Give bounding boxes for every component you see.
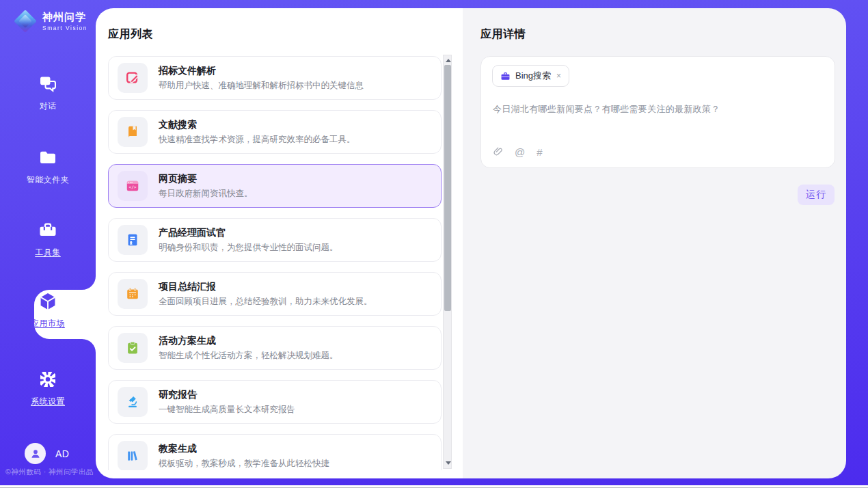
app-card-title: 文献搜索 xyxy=(159,119,355,131)
app-card-desc: 明确身份和职责，为您提供专业性的面试问题。 xyxy=(159,242,338,254)
app-card-title: 研究报告 xyxy=(159,389,295,401)
document-person-icon xyxy=(118,225,148,255)
window-bottom-edge xyxy=(0,485,868,488)
run-button[interactable]: 运行 xyxy=(798,185,835,205)
app-card-title: 产品经理面试官 xyxy=(159,227,338,239)
edit-square-icon xyxy=(118,63,148,93)
app-card-webpage-summary[interactable]: </> 网页摘要 每日政府新闻资讯快查。 xyxy=(108,164,442,208)
app-card-title: 教案生成 xyxy=(159,443,329,455)
app-card-desc: 全面回顾项目进展，总结经验教训，助力未来优化发展。 xyxy=(159,296,372,308)
app-detail-title: 应用详情 xyxy=(480,27,526,42)
copyright-text: ©神州数码 · 神州问学出品 xyxy=(0,467,109,477)
svg-text:</>: </> xyxy=(129,185,137,189)
calendar-icon xyxy=(118,279,148,309)
folder-icon xyxy=(38,148,58,168)
app-card-bid-document-analysis[interactable]: 招标文件解析 帮助用户快速、准确地理解和解析招标书中的关键信息 xyxy=(108,56,442,100)
app-card-desc: 智能生成个性化活动方案，轻松解决规划难题。 xyxy=(159,350,338,362)
app-card-lesson-plan[interactable]: 教案生成 模板驱动，教案秒成，教学准备从此轻松快捷 xyxy=(108,434,442,470)
user-account[interactable]: AD xyxy=(25,443,69,464)
sidebar-item-toolset[interactable]: 工具集 xyxy=(0,220,96,258)
app-card-list: 招标文件解析 帮助用户快速、准确地理解和解析招标书中的关键信息 文献搜索 快速精… xyxy=(108,56,442,470)
user-initials: AD xyxy=(55,448,69,459)
sidebar: 神州问学 Smart Vision 对话 xyxy=(0,0,96,485)
tool-chip-bing-search[interactable]: Bing搜索 × xyxy=(492,65,569,87)
app-card-title: 网页摘要 xyxy=(159,173,253,185)
app-card-research-report[interactable]: 研究报告 一键智能生成高质量长文本研究报告 xyxy=(108,380,442,424)
app-card-pm-interviewer[interactable]: 产品经理面试官 明确身份和职责，为您提供专业性的面试问题。 xyxy=(108,218,442,262)
scroll-up-arrow-icon[interactable] xyxy=(446,59,451,62)
sidebar-item-label: 工具集 xyxy=(0,247,96,258)
gear-icon xyxy=(38,369,58,390)
chip-close-icon[interactable]: × xyxy=(556,71,561,81)
app-list-title: 应用列表 xyxy=(108,27,153,42)
app-name: 神州问学 xyxy=(42,11,87,24)
books-icon xyxy=(118,441,148,470)
prompt-card[interactable]: Bing搜索 × 今日湖北有哪些新闻要点？有哪些需要关注的最新政策？ @ # xyxy=(480,56,835,168)
mention-icon[interactable]: @ xyxy=(515,146,525,158)
app-card-event-plan[interactable]: 活动方案生成 智能生成个性化活动方案，轻松解决规划难题。 xyxy=(108,326,442,370)
browser-code-icon: </> xyxy=(118,171,148,201)
query-text[interactable]: 今日湖北有哪些新闻要点？有哪些需要关注的最新政策？ xyxy=(493,103,821,116)
main-panel: 应用列表 招标文件解析 帮助用户快速、准确地理解和解析招标书中的关键信息 xyxy=(96,8,846,478)
app-card-desc: 帮助用户快速、准确地理解和解析招标书中的关键信息 xyxy=(159,80,364,92)
app-card-desc: 快速精准查找学术资源，提高研究效率的必备工具。 xyxy=(159,134,355,146)
sidebar-item-label: 应用市场 xyxy=(0,318,96,329)
list-scrollbar[interactable] xyxy=(443,55,452,469)
sidebar-item-chat[interactable]: 对话 xyxy=(0,74,96,112)
toolbox-icon xyxy=(38,220,58,241)
app-detail-panel: 应用详情 Bing搜索 × 今日湖北有哪些新闻要点？有哪些需要关注的最新政策？ xyxy=(463,8,846,478)
app-card-project-summary[interactable]: 项目总结汇报 全面回顾项目进展，总结经验教训，助力未来优化发展。 xyxy=(108,272,442,316)
chat-icon xyxy=(38,74,58,94)
app-card-title: 活动方案生成 xyxy=(159,335,338,347)
input-toolbar: @ # xyxy=(493,146,543,158)
microscope-icon xyxy=(118,387,148,417)
sidebar-item-label: 系统设置 xyxy=(0,396,96,407)
app-card-title: 项目总结汇报 xyxy=(159,281,372,293)
app-tagline: Smart Vision xyxy=(42,25,87,31)
sidebar-item-smart-folder[interactable]: 智能文件夹 xyxy=(0,148,96,186)
app-window: 神州问学 Smart Vision 对话 xyxy=(0,0,868,488)
cube-icon xyxy=(38,291,58,312)
scrollbar-thumb[interactable] xyxy=(444,65,451,311)
clipboard-check-icon xyxy=(118,333,148,363)
app-logo: 神州问学 Smart Vision xyxy=(14,10,87,33)
app-card-desc: 一键智能生成高质量长文本研究报告 xyxy=(159,404,295,416)
sidebar-item-label: 对话 xyxy=(0,100,96,112)
briefcase-icon xyxy=(500,71,511,81)
app-card-desc: 模板驱动，教案秒成，教学准备从此轻松快捷 xyxy=(159,458,329,470)
sidebar-item-settings[interactable]: 系统设置 xyxy=(0,369,96,407)
sidebar-item-label: 智能文件夹 xyxy=(0,174,96,186)
avatar xyxy=(25,443,46,464)
app-list-panel: 应用列表 招标文件解析 帮助用户快速、准确地理解和解析招标书中的关键信息 xyxy=(96,8,463,478)
sidebar-item-app-market[interactable]: 应用市场 xyxy=(0,291,96,329)
attachment-icon[interactable] xyxy=(493,146,503,158)
tool-chip-label: Bing搜索 xyxy=(515,70,551,82)
hashtag-icon[interactable]: # xyxy=(537,146,542,158)
person-icon xyxy=(29,448,42,460)
app-card-literature-search[interactable]: 文献搜索 快速精准查找学术资源，提高研究效率的必备工具。 xyxy=(108,110,442,154)
app-card-desc: 每日政府新闻资讯快查。 xyxy=(159,188,253,200)
logo-diamond-icon xyxy=(14,10,37,33)
scroll-down-arrow-icon[interactable] xyxy=(446,461,451,465)
book-icon xyxy=(118,117,148,147)
app-card-title: 招标文件解析 xyxy=(159,65,364,77)
